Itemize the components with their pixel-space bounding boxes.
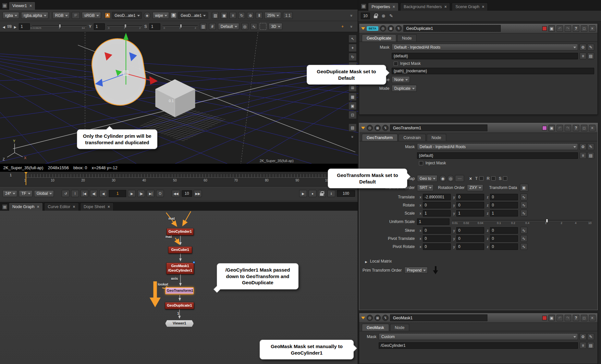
tab-viewer1[interactable]: Viewer1 — [9, 2, 35, 10]
clear-icon[interactable] — [469, 176, 472, 182]
scale-x-field[interactable] — [423, 210, 451, 217]
rotate-z-field[interactable] — [490, 202, 518, 208]
help-icon[interactable] — [573, 125, 579, 131]
scale-z-field[interactable] — [490, 210, 518, 217]
snap-s-checkbox[interactable] — [503, 176, 507, 181]
tab-dope-sheet[interactable]: Dope Sheet — [80, 203, 114, 211]
tab-node-graph[interactable]: Node Graph — [9, 203, 43, 211]
channels-icon[interactable] — [388, 25, 394, 31]
mask-dropdown[interactable]: Custom — [379, 333, 578, 340]
translate-tool-icon[interactable] — [349, 44, 357, 52]
anim-curve-icon[interactable] — [521, 227, 527, 234]
fps-dropdown[interactable]: 24* — [3, 190, 17, 197]
rotation-order-dropdown[interactable]: ZXY — [467, 184, 483, 191]
out-point-button[interactable]: O — [156, 190, 164, 197]
pause-icon[interactable] — [256, 12, 263, 19]
target-icon[interactable] — [339, 23, 346, 30]
skew-z-field[interactable] — [490, 227, 518, 234]
play-backward-button[interactable]: ◀ — [99, 190, 107, 197]
tab-node[interactable]: Node — [390, 324, 410, 331]
inject-mask-checkbox[interactable] — [394, 62, 398, 66]
pivot-translate-z-field[interactable] — [490, 235, 518, 242]
pane-menu-icon[interactable] — [2, 3, 7, 8]
node-geoduplicate1[interactable]: GeoDuplicate1 — [165, 302, 194, 309]
mask-path-field[interactable] — [379, 342, 578, 349]
node-geocylinder1[interactable]: GeoCylinder1 — [166, 228, 194, 235]
list-icon[interactable] — [580, 342, 586, 349]
node-geocube1[interactable]: GeoCube1 — [168, 246, 192, 253]
parent-type-dropdown[interactable]: None — [392, 76, 410, 83]
mask-pattern-field[interactable] — [392, 53, 578, 59]
mask-dropdown[interactable]: Default - Injected/All Roots — [392, 44, 578, 51]
prev-keyframe-button[interactable]: ◀| — [90, 190, 98, 197]
selection-tool-icon[interactable] — [349, 35, 357, 43]
pixel-ratio-button[interactable]: 1:1 — [283, 12, 293, 19]
tab-background-renders[interactable]: Background Renders — [400, 3, 450, 11]
snap-t-checkbox[interactable] — [479, 176, 484, 181]
snap-orient-icon[interactable] — [447, 175, 454, 182]
colorspace-dropdown[interactable]: sRGB — [82, 12, 101, 19]
transform-order-dropdown[interactable]: SRT — [417, 184, 434, 191]
pivot-rotate-x-field[interactable] — [423, 243, 451, 250]
snap-dropdown[interactable]: Geo to — [417, 175, 437, 182]
scale-y-field[interactable] — [456, 210, 484, 217]
anim-curve-icon[interactable] — [521, 210, 527, 217]
node-geotransform1[interactable]: GeoTransform1 — [165, 287, 194, 294]
saturation-field[interactable] — [149, 23, 160, 30]
pivot-translate-y-field[interactable] — [456, 235, 484, 242]
float-icon[interactable] — [581, 125, 587, 131]
a-input-dropdown[interactable]: GeoD...ate1 — [112, 12, 142, 19]
tab-geotransform[interactable]: GeoTransform — [362, 134, 398, 141]
mask-dropdown[interactable]: Default - Injected/All Roots — [417, 143, 578, 150]
help-icon[interactable] — [573, 25, 579, 32]
help-icon[interactable] — [573, 315, 579, 321]
close-icon[interactable] — [482, 5, 484, 9]
next-keyframe-button[interactable]: |▶ — [137, 190, 145, 197]
range-end-field[interactable] — [337, 190, 355, 197]
tab-scene-graph[interactable]: Scene Graph — [452, 3, 488, 11]
mode-dropdown[interactable]: Duplicate — [392, 85, 417, 92]
gear-icon[interactable] — [580, 333, 586, 340]
node-color-swatch[interactable] — [542, 26, 547, 31]
goto-end-button[interactable]: ▶| — [147, 190, 154, 197]
pane-menu-icon[interactable] — [361, 4, 366, 9]
clear-panels-icon[interactable] — [382, 13, 386, 18]
close-icon[interactable] — [30, 4, 32, 8]
pencil-icon[interactable] — [587, 333, 594, 340]
loop-icon[interactable] — [62, 190, 69, 197]
translate-z-field[interactable] — [490, 194, 518, 200]
pencil-icon[interactable] — [587, 44, 594, 51]
gain-field[interactable] — [19, 23, 30, 30]
uniform-scale-field[interactable] — [417, 218, 449, 225]
mask-pattern-field[interactable] — [417, 152, 578, 159]
local-matrix-arrow-icon[interactable] — [365, 258, 367, 264]
snap-position-icon[interactable] — [439, 175, 446, 182]
node-viewer1[interactable]: Viewer1 — [165, 320, 194, 327]
anim-curve-icon[interactable] — [521, 235, 527, 242]
undo-icon[interactable] — [557, 125, 563, 131]
uniform-scale-slider[interactable]: 0.01 0.02 0.04 0.1 0.2 0.4 1 2 4 10 — [452, 218, 594, 226]
undo-icon[interactable] — [557, 25, 563, 32]
close-icon[interactable] — [108, 205, 110, 209]
goto-start-button[interactable]: |◀ — [80, 190, 88, 197]
refresh-icon[interactable] — [238, 12, 245, 19]
record-icon[interactable] — [309, 190, 316, 197]
anim-curve-icon[interactable] — [521, 243, 527, 250]
saturation-slider[interactable]: 0 1 2 — [163, 23, 198, 30]
chevrons-down-icon[interactable] — [348, 23, 355, 30]
3d-viewport[interactable]: 0.1 — [0, 32, 358, 164]
gain-slider[interactable]: 0.015625 1 64 — [32, 23, 87, 30]
node-geomask1[interactable]: GeoMask1 /GeoCylinder1 — [166, 263, 194, 274]
plug-icon[interactable] — [382, 125, 388, 131]
image-plane-icon[interactable] — [349, 102, 357, 110]
tab-geoduplicate[interactable]: GeoDuplicate — [362, 34, 396, 41]
tab-geomask[interactable]: GeoMask — [362, 324, 389, 331]
max-panels-field[interactable] — [361, 13, 370, 19]
display-channels-dropdown[interactable]: RGB — [53, 12, 70, 19]
redo-icon[interactable] — [565, 315, 571, 321]
skew-y-field[interactable] — [456, 227, 484, 234]
wipe-dropdown[interactable]: wipe — [153, 12, 169, 19]
tab-curve-editor[interactable]: Curve Editor — [44, 203, 79, 211]
tab-node[interactable]: Node — [427, 134, 446, 141]
rotate-y-field[interactable] — [456, 202, 484, 208]
